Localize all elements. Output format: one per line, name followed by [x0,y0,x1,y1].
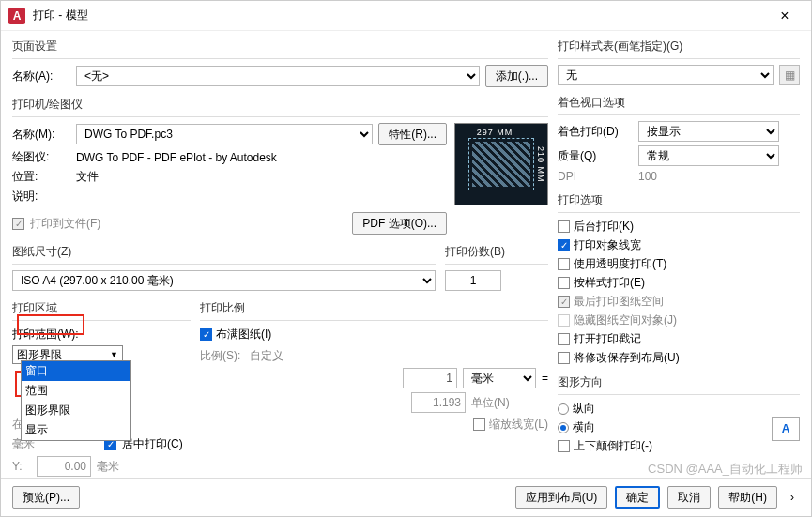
shaded-viewport-title: 着色视口选项 [558,95,800,111]
landscape-radio[interactable] [558,422,569,433]
plot-style-select[interactable]: 无 [558,65,774,85]
shaded-viewport-group: 着色视口选项 着色打印(D)按显示 质量(Q)常规 DPI100 [558,95,800,187]
ok-button[interactable]: 确定 [615,486,660,509]
paper-preview: 297 MM 210 MM [454,123,548,205]
scale-mm-input [403,368,457,388]
plot-transparency-label: 使用透明度打印(T) [574,256,666,272]
plot-style-title: 打印样式表(画笔指定)(G) [558,38,800,54]
offset-y-label: Y: [12,460,31,473]
footer: 预览(P)... 应用到布局(U) 确定 取消 帮助(H) › [1,478,811,516]
hide-paperspace-label: 隐藏图纸空间对象(J) [574,312,677,328]
plot-styles-label: 按样式打印(E) [574,275,645,291]
add-page-setup-button[interactable]: 添加(.)... [485,65,548,87]
offset-y-unit: 毫米 [97,459,119,475]
scale-unit-select[interactable]: 毫米 [463,368,536,388]
plot-to-file-checkbox [12,218,24,230]
page-setup-group: 页面设置 名称(A): <无> 添加(.)... [12,38,548,91]
plot-lineweights-checkbox[interactable] [558,239,570,251]
plot-paperspace-last-checkbox [558,296,570,308]
orientation-icon: A [772,417,800,441]
where-label: 位置: [12,169,70,185]
plot-style-edit-icon[interactable]: ▦ [779,65,800,85]
expand-icon[interactable]: › [785,491,800,504]
page-setup-name-select[interactable]: <无> [76,66,480,86]
paper-size-title: 图纸尺寸(Z) [12,244,436,260]
fit-to-paper-label: 布满图纸(I) [216,327,271,342]
upside-down-label: 上下颠倒打印(-) [574,438,652,454]
shade-plot-select[interactable]: 按显示 [638,121,779,142]
plot-lineweights-label: 打印对象线宽 [574,237,641,253]
where-value: 文件 [76,169,99,185]
plot-what-option-extent[interactable]: 范围 [22,381,130,401]
paper-size-select[interactable]: ISO A4 (297.00 x 210.00 毫米) [12,270,436,291]
plot-what-dropdown[interactable]: 窗口 范围 图形界限 显示 [21,360,131,441]
scale-label: 比例(S): [200,348,240,364]
plot-paperspace-last-label: 最后打印图纸空间 [574,294,664,310]
orientation-group: 图形方向 纵向 横向 上下颠倒打印(-) A [558,374,800,461]
printer-properties-button[interactable]: 特性(R)... [378,123,447,145]
chevron-down-icon: ▼ [110,350,118,359]
plot-styles-checkbox[interactable] [558,277,570,289]
plot-stamp-checkbox[interactable] [558,333,570,345]
close-icon[interactable]: × [766,8,804,24]
quality-label: 质量(Q) [558,148,633,164]
preview-height-label: 210 MM [536,124,545,205]
plot-options-group: 打印选项 后台打印(K) 打印对象线宽 使用透明度打印(T) 按样式打印(E) … [558,192,800,369]
plot-area-title: 打印区域 [12,300,191,316]
plot-transparency-checkbox[interactable] [558,258,570,270]
desc-label: 说明: [12,189,70,205]
copies-input[interactable] [445,270,501,291]
plot-what-option-limits[interactable]: 图形界限 [22,401,130,420]
plot-to-file-label: 打印到文件(F) [30,216,100,232]
copies-group: 打印份数(B) [445,244,548,291]
background-plot-checkbox[interactable] [558,220,570,233]
plot-what-option-window[interactable]: 窗口 [22,361,130,381]
plot-scale-group: 打印比例 布满图纸(I) 比例(S): 自定义 毫米 = [200,300,548,478]
orientation-title: 图形方向 [558,374,800,390]
save-changes-label: 将修改保存到布局(U) [574,350,680,366]
scale-lineweights-label: 缩放线宽(L) [489,417,548,433]
quality-select[interactable]: 常规 [638,145,779,166]
landscape-label: 横向 [573,419,595,435]
plot-style-group: 打印样式表(画笔指定)(G) 无 ▦ [558,38,800,89]
printer-group: 打印机/绘图仪 名称(M): DWG To PDF.pc3 特性(R)... 绘… [12,97,548,238]
fit-to-paper-checkbox[interactable] [200,328,212,341]
scale-value: 自定义 [250,348,283,364]
plot-what-label: 打印范围(W): [12,327,191,342]
dpi-value: 100 [638,170,657,183]
preview-button[interactable]: 预览(P)... [12,486,80,509]
preview-width-label: 297 MM [455,128,534,137]
shade-plot-label: 着色打印(D) [558,124,633,140]
save-changes-checkbox[interactable] [558,352,570,364]
window-title: 打印 - 模型 [33,8,766,23]
portrait-label: 纵向 [573,401,595,417]
plotter-label: 绘图仪: [12,149,70,165]
page-setup-title: 页面设置 [12,38,548,54]
printer-title: 打印机/绘图仪 [12,97,548,113]
plot-scale-title: 打印比例 [200,300,548,316]
app-icon: A [8,8,25,24]
scale-lineweights-checkbox [473,418,485,431]
plot-options-title: 打印选项 [558,192,800,208]
background-plot-label: 后台打印(K) [574,219,634,235]
scale-unit-input [411,392,466,413]
plot-what-option-display[interactable]: 显示 [22,420,130,440]
apply-to-layout-button[interactable]: 应用到布局(U) [515,486,608,509]
cancel-button[interactable]: 取消 [667,486,711,509]
paper-size-group: 图纸尺寸(Z) ISO A4 (297.00 x 210.00 毫米) [12,244,436,291]
plot-stamp-label: 打开打印戳记 [574,331,641,347]
dpi-label: DPI [558,170,633,183]
scale-drawing-unit-label: 单位(N) [471,395,548,411]
printer-name-select[interactable]: DWG To PDF.pc3 [76,124,373,144]
upside-down-checkbox[interactable] [558,440,570,452]
titlebar: A 打印 - 模型 × [1,1,811,31]
plotter-value: DWG To PDF - PDF ePlot - by Autodesk [76,151,277,164]
offset-y-input [37,456,91,477]
hide-paperspace-checkbox [558,314,570,327]
copies-title: 打印份数(B) [445,244,548,260]
printer-name-label: 名称(M): [12,127,70,143]
pdf-options-button[interactable]: PDF 选项(O)... [352,212,447,235]
help-button[interactable]: 帮助(H) [718,486,777,509]
portrait-radio[interactable] [558,403,569,415]
equals-label: = [542,372,548,385]
